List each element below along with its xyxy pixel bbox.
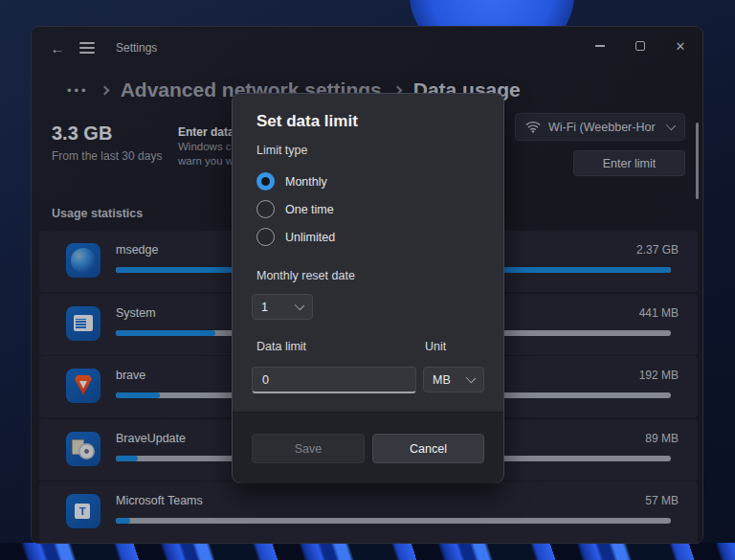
chevron-down-icon — [466, 372, 476, 382]
unit-label: Unit — [425, 340, 446, 353]
save-button[interactable]: Save — [252, 434, 365, 463]
set-data-limit-dialog: Set data limit Limit type Monthly One ti… — [232, 93, 504, 483]
radio-button-icon[interactable] — [256, 228, 275, 246]
data-limit-input[interactable] — [252, 367, 416, 393]
dialog-footer: Save Cancel — [233, 412, 503, 483]
reset-date-select[interactable]: 1 — [252, 294, 313, 320]
unit-select[interactable]: MB — [423, 367, 484, 392]
radio-label: Unlimited — [285, 231, 335, 244]
radio-label: Monthly — [285, 175, 327, 189]
radio-button-icon[interactable] — [256, 200, 275, 218]
radio-monthly[interactable]: Monthly — [256, 172, 327, 190]
wallpaper-bloom-bottom — [0, 543, 735, 560]
radio-one-time[interactable]: One time — [256, 200, 334, 218]
radio-unlimited[interactable]: Unlimited — [256, 228, 335, 246]
monthly-reset-date-label: Monthly reset date — [256, 269, 355, 282]
reset-date-value: 1 — [261, 301, 268, 314]
limit-type-label: Limit type — [256, 144, 308, 157]
radio-label: One time — [285, 203, 334, 216]
unit-value: MB — [433, 373, 451, 387]
data-limit-label: Data limit — [256, 340, 306, 353]
cancel-button[interactable]: Cancel — [372, 434, 484, 463]
dialog-title: Set data limit — [256, 112, 358, 131]
radio-button-icon[interactable] — [256, 172, 275, 190]
chevron-down-icon — [295, 300, 304, 309]
